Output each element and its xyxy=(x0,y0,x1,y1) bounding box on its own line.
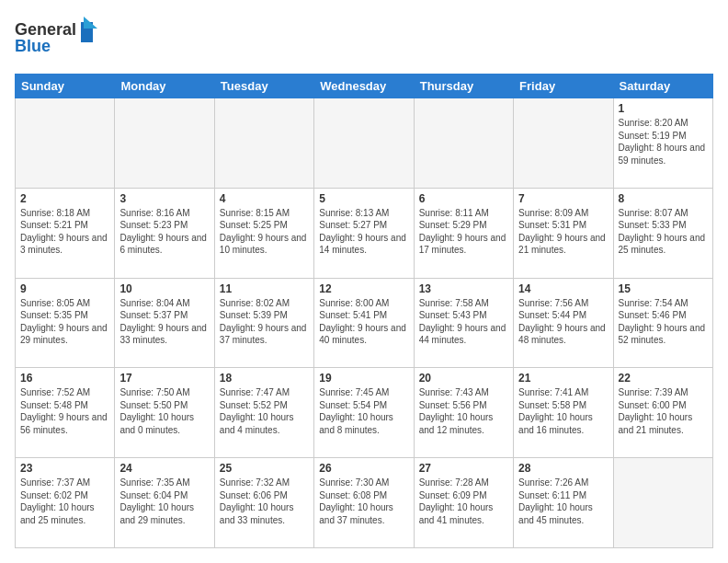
weekday-header-thursday: Thursday xyxy=(414,75,513,98)
weekday-header-tuesday: Tuesday xyxy=(214,75,313,98)
day-info: Sunrise: 8:05 AM Sunset: 5:35 PM Dayligh… xyxy=(20,297,109,347)
day-number: 3 xyxy=(119,192,209,205)
day-info: Sunrise: 7:32 AM Sunset: 6:06 PM Dayligh… xyxy=(220,477,309,526)
day-info: Sunrise: 7:26 AM Sunset: 6:11 PM Dayligh… xyxy=(518,477,608,526)
calendar-cell: 7Sunrise: 8:09 AM Sunset: 5:31 PM Daylig… xyxy=(514,188,613,278)
day-info: Sunrise: 8:16 AM Sunset: 5:23 PM Dayligh… xyxy=(119,207,209,257)
calendar-cell xyxy=(514,98,613,189)
calendar-cell xyxy=(214,98,313,189)
calendar-cell xyxy=(414,98,513,189)
day-number: 27 xyxy=(419,462,508,475)
calendar-cell: 2Sunrise: 8:18 AM Sunset: 5:21 PM Daylig… xyxy=(16,188,115,278)
logo: General Blue xyxy=(15,15,97,64)
calendar-cell: 4Sunrise: 8:15 AM Sunset: 5:25 PM Daylig… xyxy=(214,188,313,278)
weekday-header-wednesday: Wednesday xyxy=(314,75,414,98)
day-number: 12 xyxy=(319,282,408,295)
calendar-cell: 23Sunrise: 7:37 AM Sunset: 6:02 PM Dayli… xyxy=(16,458,115,548)
day-number: 18 xyxy=(220,372,309,385)
weekday-header-monday: Monday xyxy=(115,75,214,98)
calendar-cell: 10Sunrise: 8:04 AM Sunset: 5:37 PM Dayli… xyxy=(115,278,214,368)
day-info: Sunrise: 8:04 AM Sunset: 5:37 PM Dayligh… xyxy=(119,297,209,347)
day-number: 14 xyxy=(518,282,608,295)
day-info: Sunrise: 7:47 AM Sunset: 5:52 PM Dayligh… xyxy=(220,386,309,436)
week-row-2: 2Sunrise: 8:18 AM Sunset: 5:21 PM Daylig… xyxy=(16,188,713,278)
day-info: Sunrise: 7:58 AM Sunset: 5:43 PM Dayligh… xyxy=(419,297,508,347)
calendar-cell: 9Sunrise: 8:05 AM Sunset: 5:35 PM Daylig… xyxy=(16,278,115,368)
day-number: 2 xyxy=(20,192,109,205)
calendar-cell: 8Sunrise: 8:07 AM Sunset: 5:33 PM Daylig… xyxy=(613,188,712,278)
calendar-cell: 22Sunrise: 7:39 AM Sunset: 6:00 PM Dayli… xyxy=(613,368,712,458)
svg-marker-3 xyxy=(84,17,97,29)
calendar-cell: 25Sunrise: 7:32 AM Sunset: 6:06 PM Dayli… xyxy=(214,458,313,548)
week-row-3: 9Sunrise: 8:05 AM Sunset: 5:35 PM Daylig… xyxy=(16,278,713,368)
week-row-4: 16Sunrise: 7:52 AM Sunset: 5:48 PM Dayli… xyxy=(16,368,713,458)
calendar-cell: 18Sunrise: 7:47 AM Sunset: 5:52 PM Dayli… xyxy=(214,368,313,458)
day-number: 16 xyxy=(20,372,109,385)
day-info: Sunrise: 7:37 AM Sunset: 6:02 PM Dayligh… xyxy=(20,477,109,526)
day-number: 13 xyxy=(419,282,508,295)
day-info: Sunrise: 7:30 AM Sunset: 6:08 PM Dayligh… xyxy=(319,477,408,526)
calendar-cell: 3Sunrise: 8:16 AM Sunset: 5:23 PM Daylig… xyxy=(115,188,214,278)
calendar-table: SundayMondayTuesdayWednesdayThursdayFrid… xyxy=(15,74,713,548)
day-info: Sunrise: 8:00 AM Sunset: 5:41 PM Dayligh… xyxy=(319,297,408,347)
calendar-cell: 17Sunrise: 7:50 AM Sunset: 5:50 PM Dayli… xyxy=(115,368,214,458)
day-number: 15 xyxy=(619,282,708,295)
calendar-cell: 26Sunrise: 7:30 AM Sunset: 6:08 PM Dayli… xyxy=(314,458,414,548)
day-number: 22 xyxy=(619,372,708,385)
svg-text:General: General xyxy=(15,20,76,39)
calendar-cell: 24Sunrise: 7:35 AM Sunset: 6:04 PM Dayli… xyxy=(115,458,214,548)
day-info: Sunrise: 7:43 AM Sunset: 5:56 PM Dayligh… xyxy=(419,386,508,436)
calendar-cell xyxy=(314,98,414,189)
weekday-header-saturday: Saturday xyxy=(613,75,712,98)
weekday-header-row: SundayMondayTuesdayWednesdayThursdayFrid… xyxy=(16,75,713,98)
day-number: 25 xyxy=(220,462,309,475)
calendar-cell: 1Sunrise: 8:20 AM Sunset: 5:19 PM Daylig… xyxy=(613,98,712,189)
day-info: Sunrise: 7:52 AM Sunset: 5:48 PM Dayligh… xyxy=(20,386,109,436)
day-info: Sunrise: 7:54 AM Sunset: 5:46 PM Dayligh… xyxy=(619,297,708,347)
day-number: 10 xyxy=(119,282,209,295)
day-info: Sunrise: 8:15 AM Sunset: 5:25 PM Dayligh… xyxy=(220,207,309,257)
calendar-cell: 19Sunrise: 7:45 AM Sunset: 5:54 PM Dayli… xyxy=(314,368,414,458)
day-info: Sunrise: 8:11 AM Sunset: 5:29 PM Dayligh… xyxy=(419,207,508,257)
week-row-1: 1Sunrise: 8:20 AM Sunset: 5:19 PM Daylig… xyxy=(16,98,713,189)
day-info: Sunrise: 8:18 AM Sunset: 5:21 PM Dayligh… xyxy=(20,207,109,257)
calendar-cell: 14Sunrise: 7:56 AM Sunset: 5:44 PM Dayli… xyxy=(514,278,613,368)
calendar-cell: 12Sunrise: 8:00 AM Sunset: 5:41 PM Dayli… xyxy=(314,278,414,368)
day-number: 19 xyxy=(319,372,408,385)
day-number: 17 xyxy=(119,372,209,385)
day-number: 28 xyxy=(518,462,608,475)
day-info: Sunrise: 8:02 AM Sunset: 5:39 PM Dayligh… xyxy=(220,297,309,347)
weekday-header-sunday: Sunday xyxy=(16,75,115,98)
day-info: Sunrise: 7:39 AM Sunset: 6:00 PM Dayligh… xyxy=(619,386,708,436)
calendar-cell: 11Sunrise: 8:02 AM Sunset: 5:39 PM Dayli… xyxy=(214,278,313,368)
logo-icon: General Blue xyxy=(15,15,97,61)
day-info: Sunrise: 8:20 AM Sunset: 5:19 PM Dayligh… xyxy=(619,117,708,167)
day-number: 26 xyxy=(319,462,408,475)
day-number: 5 xyxy=(319,192,408,205)
calendar-cell xyxy=(613,458,712,548)
day-info: Sunrise: 7:50 AM Sunset: 5:50 PM Dayligh… xyxy=(119,386,209,436)
calendar-cell: 21Sunrise: 7:41 AM Sunset: 5:58 PM Dayli… xyxy=(514,368,613,458)
day-number: 4 xyxy=(220,192,309,205)
calendar-cell: 5Sunrise: 8:13 AM Sunset: 5:27 PM Daylig… xyxy=(314,188,414,278)
calendar-cell: 27Sunrise: 7:28 AM Sunset: 6:09 PM Dayli… xyxy=(414,458,513,548)
calendar-cell xyxy=(115,98,214,189)
weekday-header-friday: Friday xyxy=(514,75,613,98)
day-number: 11 xyxy=(220,282,309,295)
day-number: 1 xyxy=(619,102,708,115)
day-info: Sunrise: 7:41 AM Sunset: 5:58 PM Dayligh… xyxy=(518,386,608,436)
week-row-5: 23Sunrise: 7:37 AM Sunset: 6:02 PM Dayli… xyxy=(16,458,713,548)
day-number: 7 xyxy=(518,192,608,205)
day-number: 21 xyxy=(518,372,608,385)
day-info: Sunrise: 8:07 AM Sunset: 5:33 PM Dayligh… xyxy=(619,207,708,257)
calendar-cell: 15Sunrise: 7:54 AM Sunset: 5:46 PM Dayli… xyxy=(613,278,712,368)
calendar-cell: 13Sunrise: 7:58 AM Sunset: 5:43 PM Dayli… xyxy=(414,278,513,368)
calendar-cell: 20Sunrise: 7:43 AM Sunset: 5:56 PM Dayli… xyxy=(414,368,513,458)
day-number: 24 xyxy=(119,462,209,475)
day-info: Sunrise: 7:45 AM Sunset: 5:54 PM Dayligh… xyxy=(319,386,408,436)
day-info: Sunrise: 8:09 AM Sunset: 5:31 PM Dayligh… xyxy=(518,207,608,257)
calendar-cell xyxy=(16,98,115,189)
day-number: 20 xyxy=(419,372,508,385)
day-number: 6 xyxy=(419,192,508,205)
day-number: 9 xyxy=(20,282,109,295)
